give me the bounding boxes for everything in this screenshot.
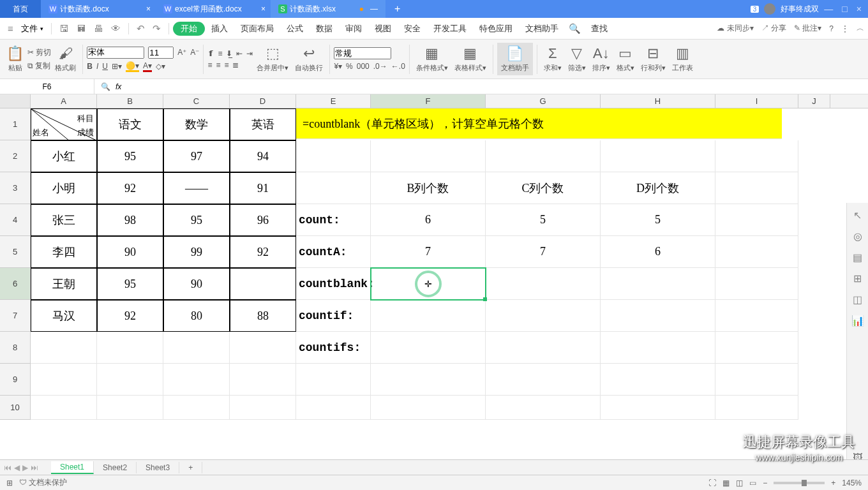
cell[interactable] — [486, 140, 601, 172]
currency-icon[interactable]: ¥▾ — [334, 62, 342, 71]
cell[interactable] — [601, 268, 715, 300]
col-header-d[interactable]: D — [230, 94, 296, 108]
worksheet-group[interactable]: ▥ 工作表 — [670, 45, 696, 73]
tab-security[interactable]: 安全 — [398, 23, 427, 34]
number-format-select[interactable] — [334, 47, 391, 59]
cell[interactable]: 5 — [601, 204, 715, 236]
row-header-1[interactable]: 1 — [0, 108, 31, 140]
close-window-icon[interactable]: × — [857, 4, 862, 14]
cell[interactable]: countifs: — [296, 332, 371, 364]
cell-d1[interactable]: 英语 — [230, 108, 296, 140]
filter-group[interactable]: ▽ 筛选▾ — [565, 45, 588, 73]
redo-icon[interactable]: ↷ — [149, 23, 165, 34]
row-header-10[interactable]: 10 — [0, 396, 31, 420]
cell[interactable] — [31, 332, 97, 364]
cell[interactable]: B列个数 — [371, 172, 486, 204]
cell[interactable] — [163, 364, 230, 396]
helper-group[interactable]: 📄 文档助手 — [497, 43, 533, 75]
grid-icon[interactable]: ⊞ — [853, 272, 862, 285]
cell[interactable]: 96 — [230, 204, 296, 236]
cell[interactable]: C列个数 — [486, 172, 601, 204]
cell[interactable] — [296, 364, 371, 396]
tab-view[interactable]: 视图 — [368, 23, 398, 34]
close-icon[interactable]: — — [370, 4, 378, 13]
search-label[interactable]: 查找 — [585, 23, 614, 34]
col-header-a[interactable]: A — [31, 94, 97, 108]
col-header-f[interactable]: F — [371, 94, 486, 108]
bold-button[interactable]: B — [87, 62, 93, 71]
dec-inc-icon[interactable]: .0→ — [373, 62, 387, 71]
add-sheet-button[interactable]: + — [179, 462, 202, 473]
cell-b1[interactable]: 语文 — [97, 108, 163, 140]
select-tool-icon[interactable]: ↖ — [853, 209, 862, 221]
cell[interactable] — [715, 140, 798, 172]
cell[interactable] — [296, 396, 371, 420]
col-header-c[interactable]: C — [163, 94, 230, 108]
search-icon[interactable]: 🔍 — [565, 23, 585, 34]
cell[interactable] — [230, 396, 296, 420]
tab-dev[interactable]: 开发工具 — [427, 23, 473, 34]
cell[interactable]: 98 — [97, 204, 163, 236]
sheet-tab-3[interactable]: Sheet3 — [137, 462, 179, 473]
cell[interactable]: D列个数 — [601, 172, 715, 204]
formula-input[interactable] — [126, 82, 862, 91]
sort-group[interactable]: A↓ 排序▾ — [590, 45, 613, 73]
cell[interactable] — [715, 204, 798, 236]
zoom-slider[interactable] — [774, 482, 825, 484]
align-middle-icon[interactable]: ≡ — [218, 49, 222, 58]
save-as-icon[interactable]: 🖬 — [73, 23, 90, 34]
print-icon[interactable]: 🖶 — [90, 23, 107, 34]
cell[interactable] — [163, 396, 230, 420]
fullscreen-icon[interactable]: ⛶ — [708, 479, 716, 487]
cell[interactable]: 88 — [230, 300, 296, 332]
cell[interactable] — [371, 364, 486, 396]
italic-button[interactable]: I — [96, 62, 98, 71]
help-icon[interactable]: ? — [829, 24, 834, 33]
cell[interactable] — [371, 332, 486, 364]
cell[interactable]: countA: — [296, 236, 371, 268]
view-reading-icon[interactable]: ▭ — [749, 479, 756, 487]
sheet-area[interactable]: A B C D E F G H I J 1 科目 姓名 成绩 语文 数学 英语 … — [0, 94, 868, 466]
row-header-7[interactable]: 7 — [0, 300, 31, 332]
zoom-level[interactable]: 145% — [842, 479, 862, 487]
format-painter-group[interactable]: 🖌 格式刷 — [52, 45, 79, 73]
cell-a1[interactable]: 科目 姓名 成绩 — [31, 108, 97, 140]
cell[interactable] — [715, 236, 798, 268]
border-button[interactable]: ⊞▾ — [112, 62, 122, 71]
file-menu[interactable]: 文件▾ — [17, 23, 47, 34]
minimize-icon[interactable]: — — [824, 4, 833, 14]
components-icon[interactable]: ◫ — [853, 293, 862, 306]
align-right-icon[interactable]: ≡ — [224, 61, 228, 70]
name-box-input[interactable] — [5, 82, 89, 91]
zoom-selection-icon[interactable]: 🔍 — [101, 82, 110, 91]
cell[interactable]: 小红 — [31, 140, 97, 172]
maximize-icon[interactable]: □ — [842, 4, 847, 14]
cell[interactable]: 95 — [97, 140, 163, 172]
cell[interactable] — [163, 332, 230, 364]
cell[interactable]: 95 — [97, 268, 163, 300]
analysis-icon[interactable]: ◎ — [853, 230, 862, 242]
cell[interactable]: 92 — [230, 236, 296, 268]
clear-format-button[interactable]: ◇▾ — [156, 62, 165, 71]
cell[interactable] — [97, 364, 163, 396]
avatar[interactable] — [764, 3, 775, 15]
cell[interactable]: 97 — [163, 140, 230, 172]
row-header-9[interactable]: 9 — [0, 364, 31, 396]
cell[interactable] — [296, 172, 371, 204]
row-header-6[interactable]: 6 — [0, 268, 31, 300]
cell[interactable]: 92 — [97, 300, 163, 332]
cell[interactable] — [715, 300, 798, 332]
zoom-out-icon[interactable]: − — [763, 479, 767, 487]
notification-badge[interactable]: 3 — [751, 6, 760, 13]
undo-icon[interactable]: ↶ — [133, 23, 149, 34]
dec-dec-icon[interactable]: ←.0 — [391, 62, 405, 71]
indent-left-icon[interactable]: ⇤ — [236, 49, 243, 58]
cell[interactable] — [371, 396, 486, 420]
tab-nav-first-icon[interactable]: ⏮ — [4, 463, 11, 472]
share-button[interactable]: ↗ 分享 — [761, 23, 786, 34]
font-color-button[interactable]: A▾ — [143, 61, 152, 72]
layout-mode-icon[interactable]: ⊞ — [6, 479, 13, 487]
cell[interactable] — [371, 300, 486, 332]
col-header-b[interactable]: B — [97, 94, 163, 108]
protect-status[interactable]: 🛡 文档未保护 — [19, 477, 67, 488]
